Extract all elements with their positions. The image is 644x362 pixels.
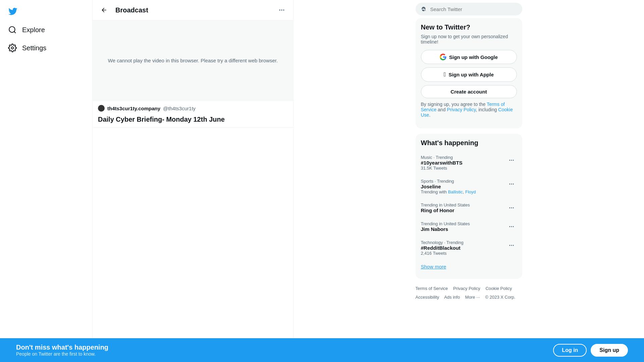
footer-ads-link[interactable]: Ads info xyxy=(444,295,460,300)
svg-point-13 xyxy=(511,207,512,208)
back-button[interactable] xyxy=(98,4,110,16)
trend-info-2: Trending in United States Ring of Honor xyxy=(421,202,470,213)
show-more-trends[interactable]: Show more xyxy=(421,260,517,274)
new-to-twitter-subtext: Sign up now to get your own personalized… xyxy=(421,34,517,45)
create-account-label: Create account xyxy=(450,89,487,95)
footer-more-link[interactable]: More ··· xyxy=(465,295,480,300)
svg-point-4 xyxy=(281,9,282,10)
trend-count: 31.5K Tweets xyxy=(421,166,463,171)
whats-happening-panel: What's happening Music · Trending #10yea… xyxy=(416,134,522,279)
trend-info-4: Technology · Trending #RedditBlackout 2,… xyxy=(421,240,464,256)
footer-terms-link[interactable]: Terms of Service xyxy=(416,286,448,291)
trend-more-button-2[interactable] xyxy=(506,202,517,213)
trend-item-0[interactable]: Music · Trending #10yearswithBTS 31.5K T… xyxy=(421,151,517,175)
svg-point-18 xyxy=(509,245,510,246)
create-account-button[interactable]: Create account xyxy=(421,85,517,98)
svg-point-7 xyxy=(511,160,512,161)
svg-point-2 xyxy=(11,47,14,49)
main-content: Broadcast We cannot play the video in th… xyxy=(92,0,293,362)
back-arrow-icon xyxy=(101,7,107,13)
footer-copyright: © 2023 X Corp. xyxy=(485,295,516,300)
trend-item-2[interactable]: Trending in United States Ring of Honor xyxy=(421,198,517,217)
svg-point-11 xyxy=(513,184,514,185)
trend-item-1[interactable]: Sports · Trending Joseline Trending with… xyxy=(421,175,517,198)
svg-point-3 xyxy=(279,9,280,10)
video-player-area: We cannot play the video in this browser… xyxy=(93,20,293,101)
trend-category-3: Trending in United States xyxy=(421,221,470,226)
bottom-bar-subtitle: People on Twitter are the first to know. xyxy=(16,351,108,357)
trend-item-4[interactable]: Technology · Trending #RedditBlackout 2,… xyxy=(421,236,517,260)
footer-privacy-link[interactable]: Privacy Policy xyxy=(453,286,480,291)
trend-name-0: #10yearswithBTS xyxy=(421,160,463,166)
search-input-wrapper[interactable] xyxy=(416,3,522,15)
sidebar-nav: Explore Settings xyxy=(4,21,50,58)
signup-apple-button[interactable]:  Sign up with Apple xyxy=(421,67,517,82)
whats-happening-heading: What's happening xyxy=(421,139,517,147)
video-error-message: We cannot play the video in this browser… xyxy=(95,58,291,63)
signup-apple-label: Sign up with Apple xyxy=(449,72,494,77)
trend-more-button-0[interactable] xyxy=(506,155,517,166)
search-bar xyxy=(416,0,522,18)
more-icon xyxy=(508,181,515,187)
footer-cookie-link[interactable]: Cookie Policy xyxy=(485,286,512,291)
svg-point-19 xyxy=(511,245,512,246)
signup-terms: By signing up, you agree to the Terms of… xyxy=(421,102,517,118)
more-options-button[interactable] xyxy=(276,4,288,16)
trend-name-1: Joseline xyxy=(421,184,476,189)
trend-info-0: Music · Trending #10yearswithBTS 31.5K T… xyxy=(421,155,463,171)
signup-google-button[interactable]: Sign up with Google xyxy=(421,50,517,64)
privacy-policy-link[interactable]: Privacy Policy xyxy=(447,107,476,112)
login-button[interactable]: Log in xyxy=(553,344,587,357)
author-handle: @th4ts3cur1ty xyxy=(163,106,196,111)
twitter-bird-icon xyxy=(8,6,17,16)
trend-item-3[interactable]: Trending in United States Jim Nabors xyxy=(421,217,517,236)
svg-point-5 xyxy=(283,9,284,10)
trend-more-button-4[interactable] xyxy=(506,240,517,251)
twitter-logo[interactable] xyxy=(4,3,21,20)
svg-point-20 xyxy=(513,245,514,246)
svg-point-8 xyxy=(513,160,514,161)
search-icon xyxy=(421,6,427,12)
search-input[interactable] xyxy=(430,6,517,12)
author-username: th4ts3cur1ty.company xyxy=(107,106,160,111)
broadcast-author: th4ts3cur1ty.company @th4ts3cur1ty xyxy=(98,105,288,112)
more-icon xyxy=(508,242,515,248)
right-sidebar: New to Twitter? Sign up now to get your … xyxy=(410,0,528,362)
signup-button[interactable]: Sign up xyxy=(591,344,628,357)
svg-point-16 xyxy=(511,226,512,227)
new-to-twitter-heading: New to Twitter? xyxy=(421,23,517,31)
more-icon xyxy=(508,157,515,163)
sidebar-item-explore-label: Explore xyxy=(22,26,45,34)
trend-with: Trending with Ballistic, Floyd xyxy=(421,189,476,194)
sidebar-item-settings-label: Settings xyxy=(22,44,46,52)
trend-name-4: #RedditBlackout xyxy=(421,245,464,251)
main-header: Broadcast xyxy=(93,0,293,20)
trends-list: Music · Trending #10yearswithBTS 31.5K T… xyxy=(421,151,517,260)
trend-category-1: Sports · Trending xyxy=(421,179,476,184)
avatar xyxy=(98,105,105,112)
trend-category-4: Technology · Trending xyxy=(421,240,464,245)
trend-more-button-1[interactable] xyxy=(506,179,517,189)
more-icon xyxy=(508,224,515,230)
svg-point-12 xyxy=(509,207,510,208)
left-sidebar: Explore Settings xyxy=(0,0,92,362)
svg-point-9 xyxy=(509,184,510,185)
bottom-bar: Don't miss what's happening People on Tw… xyxy=(0,338,644,362)
footer-links: Terms of Service Privacy Policy Cookie P… xyxy=(416,284,522,302)
svg-point-10 xyxy=(511,184,512,185)
trend-category-2: Trending in United States xyxy=(421,202,470,207)
broadcast-user-section: th4ts3cur1ty.company @th4ts3cur1ty Daily… xyxy=(93,101,293,128)
svg-point-15 xyxy=(509,226,510,227)
footer-accessibility-link[interactable]: Accessibility xyxy=(416,295,439,300)
sidebar-item-settings[interactable]: Settings xyxy=(4,40,50,56)
sidebar-item-explore[interactable]: Explore xyxy=(4,21,50,38)
broadcast-post-title: Daily Cyber Briefing- Monday 12th June xyxy=(98,114,288,125)
new-to-twitter-panel: New to Twitter? Sign up now to get your … xyxy=(416,18,522,128)
page-title: Broadcast xyxy=(115,6,270,14)
svg-point-6 xyxy=(509,160,510,161)
svg-point-17 xyxy=(513,226,514,227)
trend-more-button-3[interactable] xyxy=(506,221,517,232)
trend-info-1: Sports · Trending Joseline Trending with… xyxy=(421,179,476,194)
trend-name-3: Jim Nabors xyxy=(421,226,470,232)
apple-logo-icon:  xyxy=(444,71,446,78)
